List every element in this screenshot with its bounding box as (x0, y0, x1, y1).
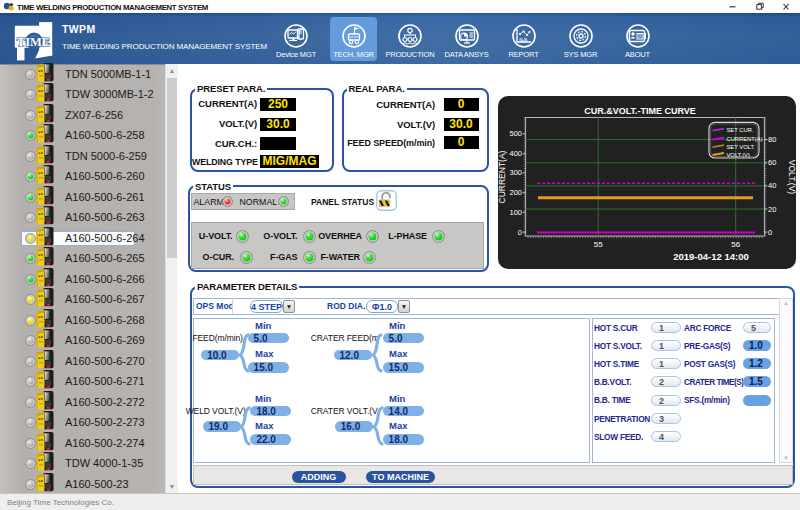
svg-text:CURRENT(A): CURRENT(A) (498, 150, 507, 203)
svg-text:0: 0 (768, 228, 772, 237)
svg-text:56: 56 (731, 240, 740, 249)
svg-text:SET VOLT.: SET VOLT. (727, 144, 756, 150)
svg-text:CURRENT(A): CURRENT(A) (727, 136, 763, 142)
svg-text:55: 55 (594, 240, 603, 249)
svg-text:CUR.&VOLT.-TIME CURVE: CUR.&VOLT.-TIME CURVE (584, 106, 696, 116)
svg-text:TIME: TIME (17, 35, 50, 49)
svg-text:VOLT.(V): VOLT.(V) (787, 160, 796, 194)
svg-text:40: 40 (768, 181, 776, 190)
svg-text:200: 200 (509, 188, 522, 197)
svg-text:20: 20 (768, 205, 776, 214)
svg-text:2019-04-12 14:00: 2019-04-12 14:00 (673, 251, 749, 262)
svg-text:0: 0 (518, 228, 522, 237)
svg-text:400: 400 (509, 149, 522, 158)
svg-text:500: 500 (509, 129, 522, 138)
svg-text:SET CUR.: SET CUR. (727, 127, 754, 133)
svg-text:VOLT.(V): VOLT.(V) (727, 152, 750, 158)
svg-text:300: 300 (509, 168, 522, 177)
svg-text:80: 80 (768, 135, 776, 144)
svg-text:100: 100 (509, 208, 522, 217)
svg-text:60: 60 (768, 158, 776, 167)
